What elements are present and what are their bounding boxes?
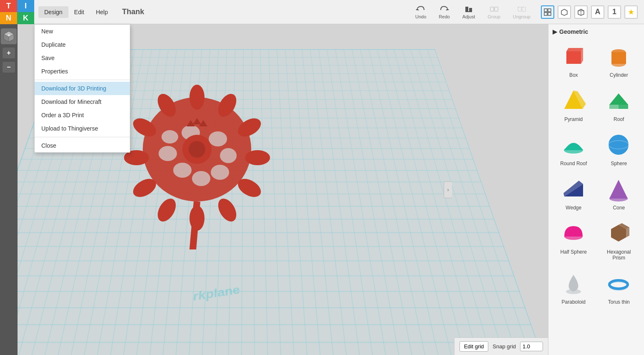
menu-order-3d[interactable]: Order a 3D Print	[35, 108, 130, 122]
svg-rect-12	[548, 13, 551, 15]
shape-item-paraboloid[interactable]: Paraboloid	[553, 266, 595, 307]
zoom-out-button[interactable]: −	[3, 62, 15, 73]
shape-label-box: Box	[569, 72, 578, 78]
star-icon[interactable]: ★	[624, 5, 638, 19]
svg-marker-0	[416, 8, 419, 10]
shape-item-torus[interactable]: Torus thin	[598, 266, 640, 307]
svg-point-52	[611, 49, 626, 55]
shape-item-roof[interactable]: Roof	[598, 83, 640, 124]
shape-label-hex-prism: Hexagonal Prism	[600, 249, 638, 261]
shape-thumb-pyramid	[558, 86, 588, 116]
shape-item-round-roof[interactable]: Round Roof	[553, 128, 595, 169]
svg-rect-11	[544, 13, 547, 15]
bottom-bar: Edit grid Snap grid	[454, 337, 548, 355]
shape-item-cone[interactable]: Cone	[598, 172, 640, 213]
svg-point-65	[609, 196, 628, 201]
menu-save[interactable]: Save	[35, 51, 130, 65]
svg-rect-6	[495, 7, 498, 11]
adjust-button[interactable]: Adjust	[458, 3, 480, 21]
menu-properties[interactable]: Properties	[35, 65, 130, 78]
shape-label-half-sphere: Half Sphere	[561, 249, 587, 255]
shape-item-box[interactable]: Box	[553, 39, 595, 80]
shape-label-wedge: Wedge	[566, 205, 581, 211]
zoom-in-button[interactable]: +	[3, 48, 15, 58]
shape-thumb-roof	[604, 86, 634, 116]
svg-rect-2	[465, 7, 468, 12]
section-triangle-icon: ▶	[553, 28, 557, 35]
logo-n: N	[0, 12, 17, 24]
shape-thumb-cylinder	[604, 41, 634, 71]
shape-thumb-cone	[604, 174, 634, 204]
shape-item-sphere[interactable]: Sphere	[598, 128, 640, 169]
shape-item-cylinder[interactable]: Cylinder	[598, 39, 640, 80]
snap-grid-label: Snap grid	[492, 343, 516, 350]
shape-label-sphere: Sphere	[611, 161, 627, 166]
right-icons: A 1 ★	[541, 5, 644, 19]
wireframe-icon[interactable]	[574, 5, 588, 19]
svg-rect-10	[548, 9, 551, 12]
svg-text:✦: ✦	[8, 33, 10, 37]
shape-thumb-box	[558, 41, 588, 71]
svg-rect-49	[566, 51, 581, 64]
shape-label-roof: Roof	[614, 116, 624, 122]
menu-divider-1	[35, 80, 130, 80]
svg-rect-58	[609, 105, 628, 109]
shape-label-cylinder: Cylinder	[610, 72, 628, 78]
shape-item-wedge[interactable]: Wedge	[553, 172, 595, 213]
logo: T I N K	[0, 0, 34, 24]
font-icon[interactable]: A	[591, 5, 604, 19]
nav-cube[interactable]: ✦	[1, 28, 17, 44]
nav-cube-icon: ✦	[3, 30, 15, 43]
number-icon[interactable]: 1	[608, 5, 621, 19]
panel-toggle[interactable]: ›	[444, 181, 452, 198]
nav-edit[interactable]: Edit	[68, 6, 90, 18]
svg-point-59	[564, 147, 583, 154]
nav-menu: Design Edit Help	[34, 6, 118, 18]
undo-button[interactable]: Undo	[411, 3, 430, 21]
shape-label-pyramid: Pyramid	[564, 116, 583, 122]
shapes-panel: ▶ Geometric Box Cylinder Pyramid Roof	[548, 24, 644, 355]
menu-duplicate[interactable]: Duplicate	[35, 38, 130, 51]
group-button[interactable]: Group	[483, 3, 505, 21]
menu-download-3d[interactable]: Download for 3D Printing	[35, 82, 130, 95]
svg-point-60	[609, 135, 629, 155]
shapes-grid: Box Cylinder Pyramid Roof Round Roof Sph…	[553, 39, 640, 307]
redo-icon	[439, 5, 449, 13]
menu-new[interactable]: New	[35, 25, 130, 38]
svg-rect-8	[522, 7, 525, 11]
svg-rect-3	[469, 8, 472, 12]
menu-upload-thingiverse[interactable]: Upload to Thingiverse	[35, 122, 130, 135]
ungroup-icon	[517, 5, 527, 13]
shape-thumb-round-roof	[558, 130, 588, 160]
edit-grid-button[interactable]: Edit grid	[460, 341, 489, 352]
shape-thumb-wedge	[558, 174, 588, 204]
svg-rect-7	[518, 7, 521, 11]
snap-grid-input[interactable]	[520, 342, 543, 351]
shape-item-hex-prism[interactable]: Hexagonal Prism	[598, 216, 640, 263]
logo-k: K	[17, 12, 34, 24]
nav-design[interactable]: Design	[38, 6, 68, 18]
shape-item-pyramid[interactable]: Pyramid	[553, 83, 595, 124]
menu-download-minecraft[interactable]: Download for Minecraft	[35, 95, 130, 108]
svg-point-66	[564, 233, 583, 240]
shape-label-round-roof: Round Roof	[560, 161, 587, 166]
menu-close[interactable]: Close	[35, 139, 130, 152]
ungroup-button[interactable]: Ungroup	[509, 3, 535, 21]
svg-marker-48	[566, 48, 583, 51]
grid-view-icon[interactable]	[541, 5, 554, 19]
undo-icon	[416, 5, 426, 13]
shape-thumb-torus	[604, 268, 634, 298]
adjust-icon	[464, 5, 474, 13]
redo-button[interactable]: Redo	[434, 3, 454, 21]
svg-rect-5	[490, 7, 494, 11]
logo-t: T	[0, 0, 17, 12]
shape-thumb-hex-prism	[604, 218, 634, 248]
shape-label-paraboloid: Paraboloid	[562, 299, 586, 305]
topbar: T I N K Design Edit Help Thank Undo Redo	[0, 0, 644, 24]
3d-view-icon[interactable]	[558, 5, 571, 19]
nav-help[interactable]: Help	[90, 6, 114, 18]
svg-marker-13	[561, 9, 567, 15]
shape-item-half-sphere[interactable]: Half Sphere	[553, 216, 595, 263]
svg-point-70	[566, 289, 581, 294]
menu-divider-2	[35, 137, 130, 137]
